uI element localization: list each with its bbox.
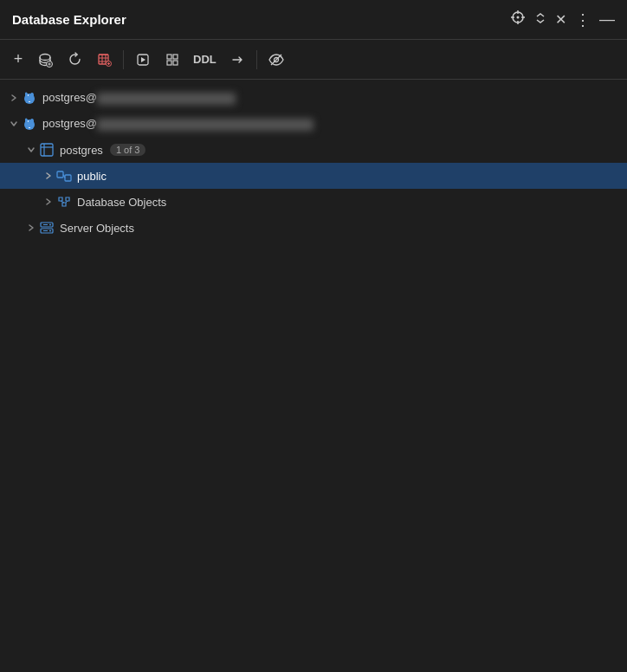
conn2-blurred: [97, 119, 314, 131]
postgres-icon-conn1: [21, 89, 38, 107]
minimize-icon[interactable]: —: [599, 10, 615, 29]
svg-point-27: [30, 119, 34, 124]
database-icon: [38, 141, 55, 158]
conn2-label: postgres@: [42, 117, 314, 131]
more-icon[interactable]: ⋮: [575, 10, 591, 29]
refresh-button[interactable]: [62, 48, 87, 72]
expand-collapse-icon[interactable]: [534, 12, 546, 27]
chevron-conn1: [7, 91, 21, 105]
tree-item-conn1[interactable]: postgres@: [0, 85, 627, 111]
db-objects-label: Database Objects: [77, 196, 166, 209]
svg-rect-30: [41, 144, 53, 156]
public-label: public: [77, 170, 107, 183]
svg-point-40: [49, 224, 51, 226]
play-button[interactable]: [131, 48, 155, 72]
add-button[interactable]: +: [9, 48, 28, 72]
db-add-button[interactable]: [92, 48, 116, 72]
svg-point-21: [30, 93, 34, 98]
title-bar: Database Explorer ✕ ⋮ —: [0, 0, 627, 40]
schema-icon: [55, 167, 73, 184]
svg-point-5: [517, 16, 520, 19]
close-icon[interactable]: ✕: [555, 11, 566, 28]
tree-item-server-objects[interactable]: Server Objects: [0, 215, 627, 241]
title-bar-actions: ✕ ⋮ —: [510, 10, 615, 29]
db-config-button[interactable]: [33, 48, 57, 72]
add-pin-icon[interactable]: [510, 10, 526, 29]
chevron-public: [42, 169, 55, 183]
svg-rect-15: [173, 61, 178, 65]
chevron-conn2: [7, 117, 21, 131]
ddl-label: DDL: [193, 53, 217, 66]
app-title: Database Explorer: [12, 12, 126, 27]
svg-rect-12: [167, 55, 171, 59]
toolbar-divider-1: [123, 50, 124, 69]
chevron-db1: [24, 143, 38, 157]
tree-item-db1[interactable]: postgres 1 of 3: [0, 137, 627, 163]
conn1-blurred: [97, 93, 236, 105]
postgres-icon-conn2: [21, 115, 38, 132]
server-objects-label: Server Objects: [60, 222, 134, 235]
db-objects-icon: [55, 193, 73, 210]
toolbar: +: [0, 40, 627, 80]
db1-badge: 1 of 3: [110, 144, 146, 156]
ddl-button[interactable]: DDL: [190, 48, 220, 72]
svg-rect-34: [65, 175, 71, 181]
arrow-button[interactable]: [225, 48, 249, 72]
database-tree: postgres@ postgres@: [0, 80, 627, 672]
grid-button[interactable]: [160, 48, 184, 72]
svg-rect-14: [167, 61, 171, 65]
svg-rect-33: [57, 171, 63, 178]
svg-point-6: [40, 54, 50, 60]
chevron-db-objects: [42, 195, 55, 209]
eye-button[interactable]: [264, 48, 288, 72]
server-objects-icon: [38, 219, 55, 236]
tree-item-conn2[interactable]: postgres@: [0, 111, 627, 137]
svg-point-41: [49, 230, 51, 232]
db1-label: postgres: [60, 144, 103, 157]
tree-item-public[interactable]: public: [0, 163, 627, 189]
tree-item-db-objects[interactable]: Database Objects: [0, 189, 627, 215]
svg-marker-11: [141, 57, 145, 62]
svg-rect-13: [173, 55, 178, 59]
conn1-label: postgres@: [42, 91, 236, 105]
chevron-server-objects: [24, 221, 38, 235]
toolbar-divider-2: [256, 50, 257, 69]
